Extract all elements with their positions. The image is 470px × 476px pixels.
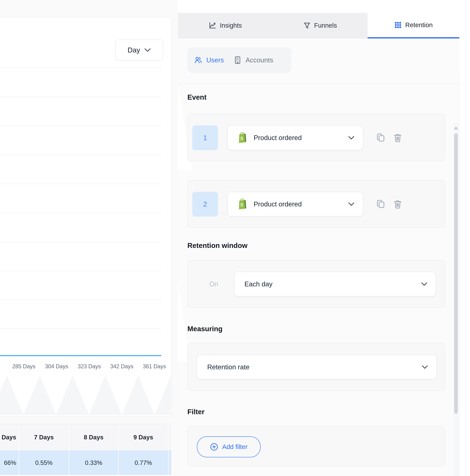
axis-tick-label: 285 Days <box>9 363 39 370</box>
retention-window-card: On Each day <box>187 260 445 307</box>
building-icon <box>234 56 242 64</box>
panel-edge-border <box>459 77 459 476</box>
section-title-event: Event <box>187 93 207 101</box>
gridline <box>0 300 161 300</box>
trash-icon[interactable] <box>393 133 402 143</box>
gridline <box>0 184 161 184</box>
granularity-label: Day <box>128 46 140 54</box>
chart-axis-line <box>0 355 161 356</box>
svg-text:S: S <box>240 136 243 141</box>
section-title-measuring: Measuring <box>187 325 223 333</box>
section-title-retention-window: Retention window <box>187 241 247 250</box>
shopify-icon: S <box>237 198 248 210</box>
tab-label: Retention <box>405 21 433 29</box>
toggle-label: Accounts <box>245 56 273 64</box>
report-config-panel: Insights Funnels Retention <box>178 0 470 476</box>
chevron-down-icon <box>348 136 354 140</box>
filter-card: Add filter <box>187 426 445 466</box>
retention-window-value: Each day <box>244 280 272 288</box>
tab-label: Insights <box>220 22 242 29</box>
chart-decoration <box>0 375 171 415</box>
section-title-filter: Filter <box>187 408 205 416</box>
divider <box>178 84 459 84</box>
retention-table: Days 7 Days 8 Days 9 Days 66% 0.55% 0.33… <box>0 424 171 476</box>
table-header-row: Days 7 Days 8 Days 9 Days <box>0 424 171 450</box>
duplicate-icon[interactable] <box>376 133 386 143</box>
table-cell[interactable]: 0.77% <box>119 450 169 475</box>
event-index-badge: 2 <box>192 192 218 217</box>
chevron-down-icon <box>348 202 354 206</box>
gridline <box>0 97 161 97</box>
svg-text:S: S <box>240 202 243 207</box>
gridline <box>0 271 161 271</box>
shopify-icon: S <box>237 132 248 144</box>
event-select[interactable]: S Product ordered <box>227 125 363 150</box>
chevron-down-icon <box>144 48 151 52</box>
event-index-badge: 1 <box>192 125 218 150</box>
add-filter-button[interactable]: Add filter <box>197 436 261 457</box>
gridline <box>0 329 161 329</box>
table-header-cell: 8 Days <box>69 424 119 450</box>
event-card: 1 S Product ordered <box>187 114 445 161</box>
gridline <box>0 68 161 68</box>
tab-label: Funnels <box>314 22 337 29</box>
event-select[interactable]: S Product ordered <box>227 192 363 217</box>
duplicate-icon[interactable] <box>376 199 386 209</box>
report-type-tabs: Insights Funnels Retention <box>178 13 459 38</box>
toggle-users[interactable]: Users <box>194 56 224 64</box>
tab-retention[interactable]: Retention <box>368 13 459 38</box>
table-cell[interactable]: 0.55% <box>19 450 69 475</box>
toggle-accounts[interactable]: Accounts <box>234 56 273 64</box>
toggle-label: Users <box>206 56 224 64</box>
gridline <box>0 126 161 126</box>
axis-tick-label: ys <box>0 363 9 370</box>
axis-tick-label: 361 Days <box>139 363 170 370</box>
table-header-cell: 9 Days <box>119 424 169 450</box>
line-chart-icon <box>209 22 216 29</box>
table-row <box>0 475 171 476</box>
event-select-label: Product ordered <box>254 134 302 142</box>
table-cell <box>169 450 171 475</box>
trash-icon[interactable] <box>393 199 402 209</box>
axis-tick-label: 342 Days <box>106 363 137 370</box>
event-card: 2 S Product ordered <box>187 180 445 228</box>
add-filter-label: Add filter <box>222 443 247 451</box>
measuring-card: Retention rate <box>187 343 445 391</box>
scrollbar-up-arrow[interactable] <box>454 126 458 129</box>
funnel-icon <box>304 22 311 29</box>
retention-window-prefix: On <box>202 272 225 296</box>
measuring-select[interactable]: Retention rate <box>197 355 437 379</box>
gridline <box>0 213 161 213</box>
measuring-value: Retention rate <box>207 363 249 371</box>
table-header-cell <box>169 424 171 450</box>
axis-tick-label: 323 Days <box>74 363 104 370</box>
table-cell[interactable]: 0.33% <box>69 450 119 475</box>
tab-insights[interactable]: Insights <box>178 13 273 38</box>
users-icon <box>194 56 202 64</box>
entity-toggle: Users Accounts <box>187 47 292 73</box>
config-content: Users Accounts Event 1 <box>178 38 459 476</box>
retention-window-select[interactable]: Each day <box>234 272 436 296</box>
table-header-cell: Days <box>0 424 19 450</box>
grid-icon <box>394 21 402 29</box>
chevron-down-icon <box>421 282 427 286</box>
gridline <box>0 155 161 155</box>
table-row[interactable]: 66% 0.55% 0.33% 0.77% <box>0 450 171 475</box>
gridline <box>0 242 161 242</box>
plus-circle-icon <box>210 443 218 451</box>
granularity-dropdown[interactable]: Day <box>115 39 163 60</box>
chevron-down-icon <box>422 365 428 369</box>
event-select-label: Product ordered <box>254 200 302 208</box>
chart-card: Day <box>0 17 172 416</box>
scrollbar-thumb[interactable] <box>454 133 458 414</box>
table-header-cell: 7 Days <box>19 424 69 450</box>
table-cell[interactable]: 66% <box>0 450 19 475</box>
axis-tick-label: 304 Days <box>41 363 72 370</box>
tab-funnels[interactable]: Funnels <box>273 13 368 38</box>
